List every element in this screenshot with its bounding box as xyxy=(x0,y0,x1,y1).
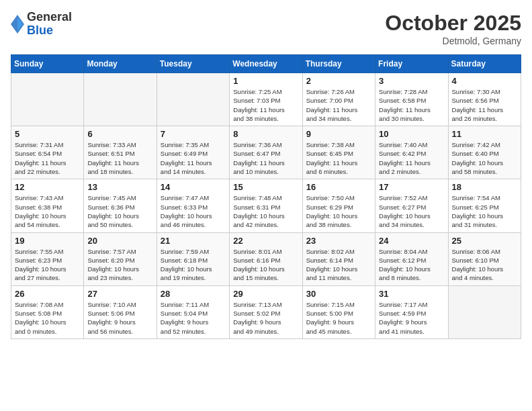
calendar-cell xyxy=(448,285,521,338)
day-number: 31 xyxy=(379,289,444,299)
weekday-header-tuesday: Tuesday xyxy=(157,55,229,73)
day-info: Sunrise: 7:54 AM Sunset: 6:25 PM Dayligh… xyxy=(452,193,517,229)
weekday-header-saturday: Saturday xyxy=(448,55,521,73)
day-info: Sunrise: 7:30 AM Sunset: 6:56 PM Dayligh… xyxy=(452,87,517,123)
calendar-cell: 16Sunrise: 7:50 AM Sunset: 6:29 PM Dayli… xyxy=(302,179,375,232)
calendar-cell: 18Sunrise: 7:54 AM Sunset: 6:25 PM Dayli… xyxy=(448,179,521,232)
weekday-header-friday: Friday xyxy=(375,55,448,73)
day-number: 10 xyxy=(379,129,444,139)
day-info: Sunrise: 7:43 AM Sunset: 6:38 PM Dayligh… xyxy=(15,193,80,229)
day-info: Sunrise: 7:47 AM Sunset: 6:33 PM Dayligh… xyxy=(161,193,226,229)
calendar-cell: 4Sunrise: 7:30 AM Sunset: 6:56 PM Daylig… xyxy=(448,73,521,126)
calendar-cell: 1Sunrise: 7:25 AM Sunset: 7:03 PM Daylig… xyxy=(230,73,302,126)
day-number: 7 xyxy=(161,129,226,139)
day-number: 14 xyxy=(161,182,226,192)
calendar-week-row: 26Sunrise: 7:08 AM Sunset: 5:08 PM Dayli… xyxy=(11,285,521,338)
day-number: 29 xyxy=(233,289,298,299)
calendar-cell: 28Sunrise: 7:11 AM Sunset: 5:04 PM Dayli… xyxy=(157,285,229,338)
day-info: Sunrise: 7:52 AM Sunset: 6:27 PM Dayligh… xyxy=(379,193,444,229)
calendar-week-row: 19Sunrise: 7:55 AM Sunset: 6:23 PM Dayli… xyxy=(11,232,521,285)
calendar-cell: 27Sunrise: 7:10 AM Sunset: 5:06 PM Dayli… xyxy=(84,285,157,338)
day-number: 27 xyxy=(87,289,152,299)
calendar-cell: 26Sunrise: 7:08 AM Sunset: 5:08 PM Dayli… xyxy=(11,285,84,338)
day-number: 17 xyxy=(379,182,444,192)
calendar-cell: 2Sunrise: 7:26 AM Sunset: 7:00 PM Daylig… xyxy=(302,73,375,126)
day-info: Sunrise: 7:33 AM Sunset: 6:51 PM Dayligh… xyxy=(87,140,152,176)
day-info: Sunrise: 7:50 AM Sunset: 6:29 PM Dayligh… xyxy=(306,193,371,229)
calendar-cell xyxy=(84,73,157,126)
calendar-week-row: 1Sunrise: 7:25 AM Sunset: 7:03 PM Daylig… xyxy=(11,73,521,126)
day-number: 2 xyxy=(306,76,371,86)
day-info: Sunrise: 7:08 AM Sunset: 5:08 PM Dayligh… xyxy=(15,300,80,336)
day-info: Sunrise: 7:45 AM Sunset: 6:36 PM Dayligh… xyxy=(87,193,152,229)
location: Detmold, Germany xyxy=(385,36,521,46)
day-number: 11 xyxy=(452,129,517,139)
calendar-cell: 15Sunrise: 7:48 AM Sunset: 6:31 PM Dayli… xyxy=(230,179,302,232)
calendar-cell: 5Sunrise: 7:31 AM Sunset: 6:54 PM Daylig… xyxy=(11,126,84,179)
day-number: 6 xyxy=(87,129,152,139)
calendar-cell: 10Sunrise: 7:40 AM Sunset: 6:42 PM Dayli… xyxy=(375,126,448,179)
day-number: 28 xyxy=(161,289,226,299)
calendar-cell xyxy=(157,73,229,126)
day-info: Sunrise: 7:13 AM Sunset: 5:02 PM Dayligh… xyxy=(233,300,298,336)
day-info: Sunrise: 7:59 AM Sunset: 6:18 PM Dayligh… xyxy=(161,247,226,283)
day-number: 4 xyxy=(452,76,517,86)
logo-text: General Blue xyxy=(27,11,72,38)
day-info: Sunrise: 7:57 AM Sunset: 6:20 PM Dayligh… xyxy=(87,247,152,283)
day-info: Sunrise: 7:40 AM Sunset: 6:42 PM Dayligh… xyxy=(379,140,444,176)
day-info: Sunrise: 7:26 AM Sunset: 7:00 PM Dayligh… xyxy=(306,87,371,123)
day-info: Sunrise: 8:01 AM Sunset: 6:16 PM Dayligh… xyxy=(233,247,298,283)
calendar-cell: 25Sunrise: 8:06 AM Sunset: 6:10 PM Dayli… xyxy=(448,232,521,285)
day-info: Sunrise: 7:31 AM Sunset: 6:54 PM Dayligh… xyxy=(15,140,80,176)
day-info: Sunrise: 7:36 AM Sunset: 6:47 PM Dayligh… xyxy=(233,140,298,176)
title-block: October 2025 Detmold, Germany xyxy=(385,11,521,46)
day-info: Sunrise: 7:55 AM Sunset: 6:23 PM Dayligh… xyxy=(15,247,80,283)
day-number: 18 xyxy=(452,182,517,192)
calendar-cell: 12Sunrise: 7:43 AM Sunset: 6:38 PM Dayli… xyxy=(11,179,84,232)
logo-icon xyxy=(11,15,24,34)
day-number: 1 xyxy=(233,76,298,86)
calendar-cell: 29Sunrise: 7:13 AM Sunset: 5:02 PM Dayli… xyxy=(230,285,302,338)
calendar-cell: 24Sunrise: 8:04 AM Sunset: 6:12 PM Dayli… xyxy=(375,232,448,285)
day-info: Sunrise: 8:02 AM Sunset: 6:14 PM Dayligh… xyxy=(306,247,371,283)
weekday-header-sunday: Sunday xyxy=(11,55,84,73)
calendar-week-row: 5Sunrise: 7:31 AM Sunset: 6:54 PM Daylig… xyxy=(11,126,521,179)
day-number: 15 xyxy=(233,182,298,192)
day-number: 26 xyxy=(15,289,80,299)
day-info: Sunrise: 8:06 AM Sunset: 6:10 PM Dayligh… xyxy=(452,247,517,283)
calendar-cell: 9Sunrise: 7:38 AM Sunset: 6:45 PM Daylig… xyxy=(302,126,375,179)
day-number: 8 xyxy=(233,129,298,139)
day-info: Sunrise: 7:25 AM Sunset: 7:03 PM Dayligh… xyxy=(233,87,298,123)
day-number: 30 xyxy=(306,289,371,299)
calendar-cell: 13Sunrise: 7:45 AM Sunset: 6:36 PM Dayli… xyxy=(84,179,157,232)
calendar-cell: 3Sunrise: 7:28 AM Sunset: 6:58 PM Daylig… xyxy=(375,73,448,126)
day-number: 16 xyxy=(306,182,371,192)
day-info: Sunrise: 7:48 AM Sunset: 6:31 PM Dayligh… xyxy=(233,193,298,229)
day-info: Sunrise: 7:11 AM Sunset: 5:04 PM Dayligh… xyxy=(161,300,226,336)
calendar-cell: 23Sunrise: 8:02 AM Sunset: 6:14 PM Dayli… xyxy=(302,232,375,285)
calendar-cell: 22Sunrise: 8:01 AM Sunset: 6:16 PM Dayli… xyxy=(230,232,302,285)
calendar-cell xyxy=(11,73,84,126)
day-number: 21 xyxy=(161,236,226,246)
calendar-cell: 19Sunrise: 7:55 AM Sunset: 6:23 PM Dayli… xyxy=(11,232,84,285)
weekday-header-wednesday: Wednesday xyxy=(230,55,302,73)
calendar-cell: 20Sunrise: 7:57 AM Sunset: 6:20 PM Dayli… xyxy=(84,232,157,285)
logo: General Blue xyxy=(11,11,72,38)
weekday-header-row: SundayMondayTuesdayWednesdayThursdayFrid… xyxy=(11,55,521,73)
day-number: 19 xyxy=(15,236,80,246)
calendar-cell: 31Sunrise: 7:17 AM Sunset: 4:59 PM Dayli… xyxy=(375,285,448,338)
day-info: Sunrise: 8:04 AM Sunset: 6:12 PM Dayligh… xyxy=(379,247,444,283)
day-number: 22 xyxy=(233,236,298,246)
day-info: Sunrise: 7:10 AM Sunset: 5:06 PM Dayligh… xyxy=(87,300,152,336)
page-header: General Blue October 2025 Detmold, Germa… xyxy=(11,11,521,46)
calendar-cell: 21Sunrise: 7:59 AM Sunset: 6:18 PM Dayli… xyxy=(157,232,229,285)
day-number: 20 xyxy=(87,236,152,246)
logo-blue: Blue xyxy=(27,24,72,38)
weekday-header-monday: Monday xyxy=(84,55,157,73)
day-number: 12 xyxy=(15,182,80,192)
day-number: 13 xyxy=(87,182,152,192)
calendar-cell: 14Sunrise: 7:47 AM Sunset: 6:33 PM Dayli… xyxy=(157,179,229,232)
calendar-cell: 6Sunrise: 7:33 AM Sunset: 6:51 PM Daylig… xyxy=(84,126,157,179)
calendar-week-row: 12Sunrise: 7:43 AM Sunset: 6:38 PM Dayli… xyxy=(11,179,521,232)
day-number: 9 xyxy=(306,129,371,139)
